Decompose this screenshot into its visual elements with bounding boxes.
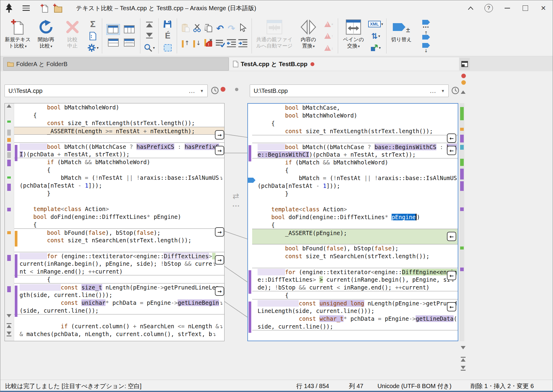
- next-difference-icon[interactable]: [461, 346, 466, 349]
- copy-to-left-button[interactable]: ←: [447, 133, 456, 143]
- copy-to-left-button[interactable]: ←: [447, 271, 456, 280]
- copy-to-right-button[interactable]: →: [215, 255, 224, 265]
- statistics-sigma-button[interactable]: Σ: [87, 18, 99, 30]
- first-difference-icon[interactable]: [461, 356, 466, 362]
- change-marker[interactable]: [460, 128, 464, 131]
- left-file-path-field[interactable]: U:\TestA.cpp …▼: [5, 84, 208, 97]
- right-path-dropdown[interactable]: ▼: [441, 89, 445, 93]
- right-path-menu-button[interactable]: …: [429, 87, 437, 95]
- start-recompare-button[interactable]: 開始/再比較▾: [33, 16, 59, 56]
- change-marker[interactable]: [7, 138, 11, 142]
- change-bar[interactable]: [15, 231, 17, 247]
- change-marker[interactable]: [7, 286, 11, 292]
- copy-to-left-button[interactable]: ←: [447, 146, 456, 155]
- undo-button[interactable]: ↶: [216, 23, 224, 34]
- swap-panes-button[interactable]: ペインの交換▾: [340, 16, 367, 56]
- accept-changes-button[interactable]: [215, 39, 225, 48]
- next-bookmark-button[interactable]: ↓: [420, 42, 432, 54]
- previous-change-button[interactable]: ↑: [182, 39, 190, 47]
- copy-to-right-button[interactable]: →: [215, 286, 224, 296]
- change-marker[interactable]: [460, 159, 464, 166]
- save-button[interactable]: [162, 18, 174, 30]
- layout-two-horizontal-lines-button[interactable]: [122, 37, 136, 48]
- change-marker[interactable]: [7, 144, 11, 151]
- change-marker[interactable]: [7, 184, 11, 191]
- copy-to-right-button[interactable]: →: [215, 227, 224, 237]
- change-marker[interactable]: [7, 176, 11, 179]
- change-bar[interactable]: [15, 286, 17, 317]
- minimize-button[interactable]: [500, 0, 515, 16]
- araxis-logo-icon[interactable]: [5, 3, 14, 13]
- change-marker[interactable]: [460, 181, 464, 191]
- change-marker[interactable]: [460, 169, 464, 179]
- bookmark-list-button[interactable]: •••: [420, 18, 432, 30]
- help-icon[interactable]: ?: [481, 0, 496, 16]
- change-marker[interactable]: [7, 231, 11, 234]
- layout-three-vertical-button[interactable]: [122, 24, 136, 35]
- change-marker[interactable]: [7, 208, 11, 211]
- menu-icon[interactable]: [23, 5, 30, 11]
- options-gear-button[interactable]: ▾: [87, 42, 99, 54]
- differences-above-icon[interactable]: [461, 90, 466, 94]
- layout-two-vertical-button[interactable]: [106, 24, 120, 35]
- remove-change-marker-button[interactable]: !: [204, 38, 213, 49]
- copy-to-right-button[interactable]: →: [215, 130, 224, 139]
- change-marker[interactable]: [460, 207, 464, 211]
- change-marker[interactable]: [460, 268, 464, 271]
- right-file-path-field[interactable]: U:\TestB.cpp …▼: [250, 84, 449, 97]
- left-code-pane[interactable]: bool bMatchWholeWord) { const size_t nTe…: [5, 103, 225, 341]
- right-code-pane[interactable]: bool bMatchCase, bool bMatchWholeWord) {…: [247, 103, 458, 341]
- status-encoding[interactable]: Unicode (UTF-8 BOM 付き): [377, 382, 451, 390]
- change-marker[interactable]: [460, 107, 464, 120]
- change-bar[interactable]: [249, 145, 251, 161]
- copy-to-right-button[interactable]: →: [215, 146, 224, 155]
- change-marker[interactable]: [7, 160, 11, 166]
- export-button[interactable]: ▾: [368, 42, 383, 54]
- special-characters-button[interactable]: É: [162, 30, 174, 42]
- close-button[interactable]: ×: [536, 0, 551, 16]
- more-actions-icon[interactable]: …: [228, 199, 244, 209]
- go-to-bottom-button[interactable]: [143, 30, 155, 42]
- differences-above-icon[interactable]: [7, 104, 11, 108]
- left-code-area[interactable]: bool bMatchWholeWord) { const size_t nTe…: [14, 103, 224, 341]
- next-change-button[interactable]: ↓: [193, 39, 201, 47]
- cut-button[interactable]: [193, 23, 202, 34]
- change-marker[interactable]: [460, 247, 464, 250]
- change-bar[interactable]: [249, 302, 251, 333]
- find-button[interactable]: ▾: [143, 42, 155, 54]
- change-bar[interactable]: [249, 270, 251, 294]
- xml-mode-button[interactable]: XML▾: [368, 18, 383, 30]
- replace-content-button[interactable]: 内容の置換▾: [295, 16, 322, 56]
- left-path-dropdown[interactable]: ▼: [200, 89, 204, 93]
- selection-mode-button[interactable]: [162, 42, 174, 54]
- change-marker[interactable]: [7, 121, 11, 123]
- previous-bookmark-button[interactable]: ↑: [420, 30, 432, 42]
- left-history-icon[interactable]: [211, 86, 219, 95]
- new-text-comparison-icon[interactable]: [40, 3, 49, 13]
- pane-layout-button[interactable]: [460, 58, 470, 70]
- report-button[interactable]: [87, 30, 99, 42]
- maximize-button[interactable]: [518, 0, 533, 16]
- change-bar[interactable]: [15, 254, 17, 278]
- first-difference-icon[interactable]: [7, 323, 11, 328]
- copy-to-left-button[interactable]: ←: [447, 232, 456, 241]
- toggle-bookmarks-button[interactable]: ± 切り替え: [388, 16, 415, 56]
- go-to-top-button[interactable]: [143, 18, 155, 30]
- layout-two-horizontal-button[interactable]: [106, 37, 120, 48]
- right-history-icon[interactable]: [451, 86, 460, 95]
- change-marker[interactable]: [460, 145, 464, 150]
- copy-to-left-button[interactable]: ←: [447, 302, 456, 311]
- copy-button[interactable]: [204, 23, 213, 34]
- right-code-area[interactable]: bool bMatchCase, bool bMatchWholeWord) {…: [252, 104, 458, 341]
- sync-scroll-button[interactable]: ⇅▾: [368, 30, 383, 42]
- pointer-mode-button[interactable]: [239, 23, 247, 34]
- next-difference-icon[interactable]: [7, 314, 11, 317]
- last-difference-icon[interactable]: [461, 366, 466, 371]
- unindent-button[interactable]: [226, 39, 237, 48]
- change-marker[interactable]: [7, 130, 11, 136]
- change-marker[interactable]: [7, 255, 11, 261]
- collapse-ribbon-icon[interactable]: [463, 0, 478, 16]
- change-marker[interactable]: [7, 152, 11, 158]
- tab-folder-comparison[interactable]: FolderA と FolderB: [3, 57, 229, 71]
- new-folder-comparison-icon[interactable]: [53, 3, 63, 13]
